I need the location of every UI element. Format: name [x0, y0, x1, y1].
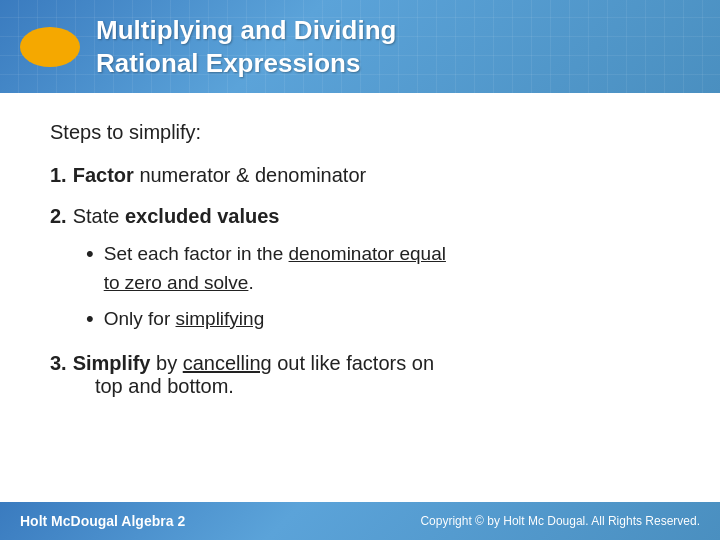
step-2-prefix: State	[73, 205, 125, 227]
bullet-1: • Set each factor in the denominator equ…	[86, 240, 670, 297]
step-3-content: Simplify by cancelling out like factors …	[73, 352, 434, 398]
step-2-bold: excluded values	[125, 205, 280, 227]
step-1-text: 1. Factor numerator & denominator	[50, 164, 670, 187]
step-1-bold: Factor	[73, 164, 134, 186]
step-2: 2. State excluded values • Set each fact…	[50, 205, 670, 334]
bullet-2: • Only for simplifying	[86, 305, 670, 334]
step-2-number: 2.	[50, 205, 67, 228]
step-3-text: 3. Simplify by cancelling out like facto…	[50, 352, 670, 398]
underline-denom-equal: denominator equalto zero and solve	[104, 243, 446, 293]
step-2-text: 2. State excluded values	[50, 205, 670, 228]
header-title: Multiplying and Dividing Rational Expres…	[96, 14, 396, 79]
main-content: Steps to simplify: 1. Factor numerator &…	[0, 93, 720, 502]
step-1: 1. Factor numerator & denominator	[50, 164, 670, 187]
step-1-normal: numerator & denominator	[139, 164, 366, 186]
step-2-bullets: • Set each factor in the denominator equ…	[86, 240, 670, 334]
step-2-content: State excluded values	[73, 205, 280, 228]
step-1-number: 1.	[50, 164, 67, 187]
bullet-2-dot: •	[86, 305, 94, 334]
title-line2: Rational Expressions	[96, 47, 396, 80]
step-1-content: Factor numerator & denominator	[73, 164, 366, 187]
step-3-number: 3.	[50, 352, 67, 375]
intro-text: Steps to simplify:	[50, 121, 670, 144]
bullet-1-dot: •	[86, 240, 94, 269]
underline-simplifying: simplifying	[176, 308, 265, 329]
header: Multiplying and Dividing Rational Expres…	[0, 0, 720, 93]
step-3-normal-before: by	[156, 352, 183, 374]
logo-ellipse	[20, 27, 80, 67]
bullet-2-text: Only for simplifying	[104, 305, 265, 334]
step-3-bold: Simplify	[73, 352, 151, 374]
footer-right-text: Copyright © by Holt Mc Dougal. All Right…	[420, 514, 700, 528]
footer-left-text: Holt McDougal Algebra 2	[20, 513, 185, 529]
underline-cancelling: cancelling	[183, 352, 272, 374]
slide: Multiplying and Dividing Rational Expres…	[0, 0, 720, 540]
bullet-1-text: Set each factor in the denominator equal…	[104, 240, 446, 297]
title-line1: Multiplying and Dividing	[96, 14, 396, 47]
step-3: 3. Simplify by cancelling out like facto…	[50, 352, 670, 398]
footer: Holt McDougal Algebra 2 Copyright © by H…	[0, 502, 720, 540]
